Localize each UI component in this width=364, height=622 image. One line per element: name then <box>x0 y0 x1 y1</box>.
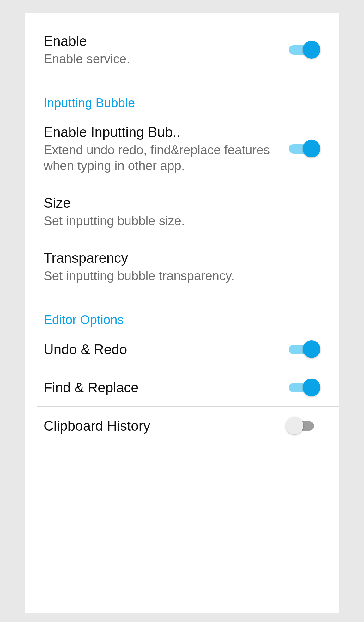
toggle-undo-redo[interactable] <box>286 340 320 358</box>
setting-enable-inputting-bubble-title: Enable Inputting Bub.. <box>44 123 276 141</box>
setting-transparency-subtitle: Set inputting bubble transparency. <box>44 268 311 284</box>
toggle-thumb <box>303 340 320 358</box>
setting-enable-title: Enable <box>44 32 276 50</box>
setting-enable-inputting-bubble-text: Enable Inputting Bub.. Extend undo redo,… <box>44 123 286 174</box>
toggle-enable-inputting-bubble[interactable] <box>286 140 320 157</box>
toggle-clipboard-history[interactable] <box>286 417 320 434</box>
setting-enable-inputting-bubble-subtitle: Extend undo redo, find&replace features … <box>44 142 276 174</box>
setting-transparency-title: Transparency <box>44 249 311 267</box>
setting-undo-redo-text: Undo & Redo <box>44 341 286 358</box>
toggle-thumb <box>303 140 320 157</box>
setting-find-replace-title: Find & Replace <box>44 379 276 396</box>
setting-enable-text: Enable Enable service. <box>44 32 286 67</box>
setting-undo-redo[interactable]: Undo & Redo <box>25 330 339 368</box>
toggle-thumb <box>286 417 303 434</box>
setting-enable-subtitle: Enable service. <box>44 51 276 67</box>
setting-enable-inputting-bubble[interactable]: Enable Inputting Bub.. Extend undo redo,… <box>25 113 339 184</box>
setting-find-replace[interactable]: Find & Replace <box>25 368 339 406</box>
setting-undo-redo-title: Undo & Redo <box>44 341 276 358</box>
setting-size-title: Size <box>44 194 311 212</box>
toggle-thumb <box>303 379 320 396</box>
setting-transparency[interactable]: Transparency Set inputting bubble transp… <box>25 239 339 294</box>
setting-transparency-text: Transparency Set inputting bubble transp… <box>44 249 320 284</box>
setting-clipboard-history-title: Clipboard History <box>44 417 276 434</box>
setting-size-text: Size Set inputting bubble size. <box>44 194 320 229</box>
setting-enable[interactable]: Enable Enable service. <box>25 22 339 77</box>
setting-size[interactable]: Size Set inputting bubble size. <box>25 184 339 239</box>
section-inputting-bubble: Inputting Bubble <box>25 77 339 113</box>
setting-size-subtitle: Set inputting bubble size. <box>44 213 311 229</box>
toggle-thumb <box>303 41 320 59</box>
setting-find-replace-text: Find & Replace <box>44 379 286 396</box>
toggle-enable[interactable] <box>286 41 320 59</box>
toggle-find-replace[interactable] <box>286 379 320 396</box>
section-editor-options: Editor Options <box>25 294 339 330</box>
setting-clipboard-history[interactable]: Clipboard History <box>25 407 339 445</box>
settings-panel: Enable Enable service. Inputting Bubble … <box>25 13 339 613</box>
setting-clipboard-history-text: Clipboard History <box>44 417 286 434</box>
